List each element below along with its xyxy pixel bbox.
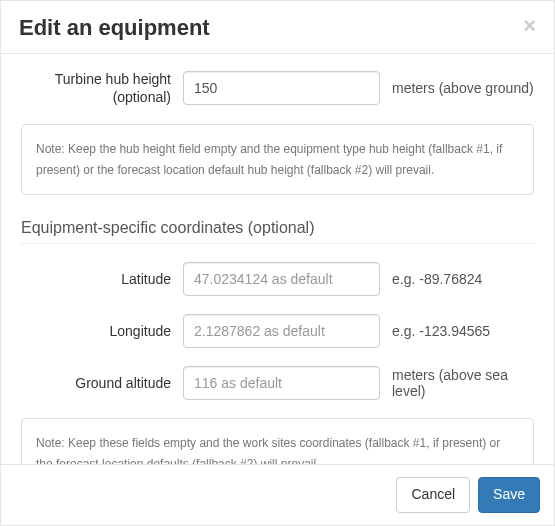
altitude-label: Ground altitude: [21, 374, 171, 392]
coords-note: Note: Keep these fields empty and the wo…: [21, 418, 534, 464]
hub-height-note: Note: Keep the hub height field empty an…: [21, 124, 534, 195]
modal-header: Edit an equipment ×: [1, 1, 554, 54]
latitude-hint: e.g. -89.76824: [392, 271, 534, 287]
save-button[interactable]: Save: [478, 477, 540, 513]
altitude-row: Ground altitude meters (above sea level): [21, 366, 534, 400]
hub-height-label: Turbine hub height (optional): [21, 70, 171, 106]
edit-equipment-modal: Edit an equipment × Turbine hub height (…: [0, 0, 555, 526]
longitude-label: Longitude: [21, 322, 171, 340]
latitude-input[interactable]: [183, 262, 380, 296]
longitude-row: Longitude e.g. -123.94565: [21, 314, 534, 348]
modal-footer: Cancel Save: [1, 464, 554, 525]
modal-body[interactable]: Turbine hub height (optional) meters (ab…: [1, 54, 554, 464]
altitude-hint: meters (above sea level): [392, 367, 534, 399]
cancel-button[interactable]: Cancel: [396, 477, 470, 513]
close-icon[interactable]: ×: [523, 15, 536, 37]
hub-height-row: Turbine hub height (optional) meters (ab…: [21, 70, 534, 106]
section-rule: [21, 243, 534, 244]
longitude-input[interactable]: [183, 314, 380, 348]
longitude-hint: e.g. -123.94565: [392, 323, 534, 339]
latitude-label: Latitude: [21, 270, 171, 288]
modal-body-wrap: Turbine hub height (optional) meters (ab…: [1, 54, 554, 464]
modal-title: Edit an equipment: [19, 15, 210, 41]
hub-height-unit: meters (above ground): [392, 80, 534, 96]
hub-height-input[interactable]: [183, 71, 380, 105]
altitude-input[interactable]: [183, 366, 380, 400]
coords-section-title: Equipment-specific coordinates (optional…: [21, 219, 534, 237]
latitude-row: Latitude e.g. -89.76824: [21, 262, 534, 296]
